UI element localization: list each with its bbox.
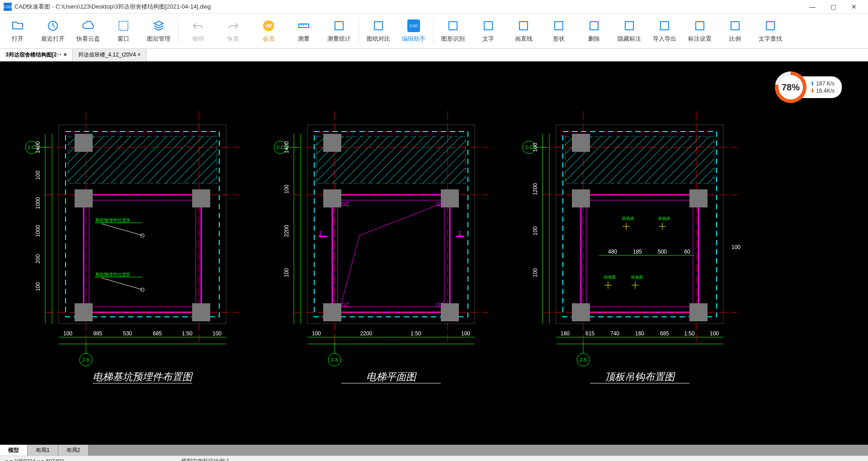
svg-text:100: 100: [35, 170, 41, 179]
svg-line-172: [662, 136, 710, 183]
svg-rect-4: [299, 24, 309, 28]
svg-text:100: 100: [283, 268, 290, 277]
svg-line-174: [680, 136, 728, 183]
svg-rect-10: [555, 22, 563, 30]
svg-rect-8: [484, 22, 492, 30]
toolbar-window[interactable]: 窗口: [106, 15, 141, 47]
svg-text:系统预埋件位置A: 系统预埋件位置A: [95, 218, 130, 223]
svg-text:100: 100: [532, 143, 538, 152]
svg-line-39: [192, 136, 240, 183]
svg-text:1400: 1400: [283, 141, 290, 153]
toolbar-ratio[interactable]: 比例: [717, 15, 753, 47]
svg-text:100: 100: [35, 282, 41, 291]
svg-rect-53: [75, 303, 93, 321]
svg-line-41: [210, 136, 258, 183]
svg-rect-52: [192, 189, 210, 207]
svg-text:2-5: 2-5: [580, 357, 587, 362]
svg-line-103: [387, 136, 434, 183]
toolbar-import-export[interactable]: 导入导出: [647, 15, 682, 47]
toolbar-open[interactable]: 打开: [0, 15, 35, 47]
svg-line-40: [201, 136, 249, 183]
svg-text:电梯平面图: 电梯平面图: [366, 371, 417, 382]
svg-line-167: [617, 136, 665, 183]
svg-rect-12: [625, 22, 633, 30]
svg-line-31: [120, 136, 167, 183]
svg-text:电梯基坑预埋件布置图: 电梯基坑预埋件布置图: [93, 371, 193, 382]
svg-line-170: [644, 136, 692, 183]
svg-rect-5: [335, 22, 343, 30]
svg-line-111: [459, 136, 506, 183]
svg-line-34: [147, 136, 194, 183]
toolbar-line[interactable]: 画直线: [506, 15, 541, 47]
toolbar-undo[interactable]: 撤销: [180, 15, 216, 47]
layout-tab-模型[interactable]: 模型: [0, 445, 28, 456]
file-tab[interactable]: 3邦达宿舍楼结构图[2‥ ×: [0, 49, 73, 61]
maximize-button[interactable]: ▢: [823, 0, 844, 14]
toolbar-vip[interactable]: VIP会员: [251, 15, 286, 47]
window-title: CAD快速看图 - C:\Users\123\Desktop\3邦达宿舍楼结构图…: [14, 3, 802, 11]
cad-drawing[interactable]: 2-C2-51400100100010002001001009855306851…: [0, 61, 868, 445]
svg-rect-14: [696, 22, 704, 30]
toolbar-shape[interactable]: 形状: [541, 15, 576, 47]
svg-line-30: [111, 136, 158, 183]
toolbar-recent[interactable]: 最近打开: [35, 15, 71, 47]
svg-text:100: 100: [212, 330, 222, 337]
toolbar-measure[interactable]: 测量: [286, 15, 321, 47]
minimize-button[interactable]: —: [802, 0, 823, 14]
close-button[interactable]: ✕: [844, 0, 864, 14]
layout-tab-布局1[interactable]: 布局1: [28, 445, 58, 456]
statusbar: x = 1059224 y = 607493 模型中的标注比例:1: [0, 456, 868, 461]
svg-text:740: 740: [610, 330, 619, 337]
toolbar-measure-stat[interactable]: 测量统计: [321, 15, 357, 47]
svg-text:615: 615: [585, 330, 594, 337]
svg-line-90: [269, 136, 316, 183]
svg-line-165: [599, 136, 646, 183]
svg-text:180: 180: [561, 330, 570, 337]
svg-rect-9: [519, 22, 528, 30]
toolbar-delete[interactable]: 删除: [576, 15, 612, 47]
svg-line-35: [156, 136, 203, 183]
toolbar-redo[interactable]: 恢复: [216, 15, 251, 47]
svg-rect-189: [572, 303, 590, 321]
cad-canvas[interactable]: 2-C2-51400100100010002001001009855306851…: [0, 61, 868, 445]
toolbar-find-text[interactable]: 文字查找: [753, 15, 788, 47]
svg-text:200: 200: [35, 254, 41, 263]
svg-text:60: 60: [684, 249, 690, 255]
svg-line-32: [129, 136, 176, 183]
toolbar-hide-anno[interactable]: 隐藏标注: [612, 15, 647, 47]
svg-rect-114: [338, 200, 444, 307]
svg-text:480: 480: [608, 249, 617, 255]
svg-text:吊钩B: 吊钩B: [631, 275, 643, 280]
toolbar-text[interactable]: 文字: [471, 15, 506, 47]
svg-line-177: [708, 136, 755, 183]
svg-text:吊钩A: 吊钩A: [658, 216, 670, 221]
toolbar-compare[interactable]: 图纸对比: [361, 15, 396, 47]
svg-text:吊钩B: 吊钩B: [604, 275, 616, 280]
svg-text:GZ: GZ: [436, 302, 444, 308]
svg-rect-43: [84, 195, 201, 312]
file-tab[interactable]: 邦达值班楼_4.12_t20V4 ×: [73, 49, 146, 61]
layout-tab-布局2[interactable]: 布局2: [58, 445, 89, 456]
toolbar-cloud[interactable]: 快看云盘: [71, 15, 106, 47]
svg-rect-121: [323, 189, 341, 207]
app-icon: CAD: [4, 3, 12, 11]
svg-line-20: [20, 136, 68, 183]
svg-text:1400: 1400: [35, 141, 41, 153]
svg-text:2200: 2200: [283, 225, 290, 237]
svg-text:顶板吊钩布置图: 顶板吊钩布置图: [605, 371, 676, 382]
toolbar-anno-settings[interactable]: 标注设置: [682, 15, 717, 47]
svg-line-169: [635, 136, 683, 183]
svg-rect-188: [689, 189, 708, 207]
toolbar-shape-detect[interactable]: 图形识别: [435, 15, 471, 47]
svg-rect-15: [731, 22, 739, 30]
svg-rect-16: [766, 22, 774, 30]
svg-line-38: [183, 136, 231, 183]
toolbar: 打开最近打开快看云盘窗口图层管理撤销恢复VIP会员测量测量统计图纸对比CAD编辑…: [0, 14, 868, 49]
svg-line-106: [414, 136, 461, 183]
svg-rect-190: [689, 303, 708, 321]
svg-line-173: [671, 136, 719, 183]
svg-line-105: [405, 136, 452, 183]
toolbar-layer[interactable]: 图层管理: [141, 15, 176, 47]
toolbar-edit-assist[interactable]: CAD编辑助手: [396, 15, 431, 47]
svg-rect-51: [75, 189, 93, 207]
